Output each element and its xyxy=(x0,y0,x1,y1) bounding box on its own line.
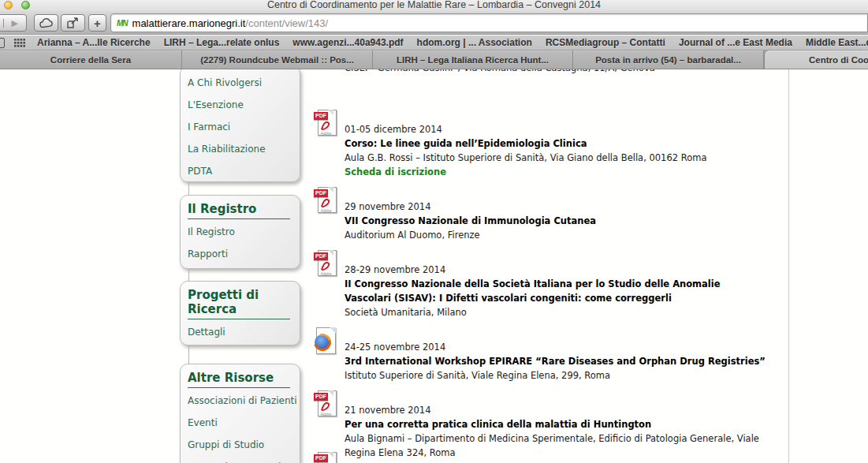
back-forward-control: ◀ ▶ xyxy=(0,14,27,32)
tab-centro-di-coordinamento-active[interactable]: Centro di Coordi xyxy=(764,50,868,69)
bookmark-item[interactable]: LIRH – Lega...relate onlus xyxy=(164,37,280,48)
top-sites-grid-icon[interactable] xyxy=(14,39,25,47)
forward-arrow-icon: ▶ xyxy=(12,19,18,28)
sidebar-item-dettagli[interactable]: Dettagli xyxy=(188,321,300,343)
clipped-event-location: CISEF “Germana Gaslini”, Via Romana dell… xyxy=(345,69,786,76)
tab-label: (2279) Roundcube Webmail :: Pos... xyxy=(200,55,354,65)
sidebar-heading-progetti-di-ricerca: Progetti di Ricerca xyxy=(188,288,290,319)
html-document-icon[interactable] xyxy=(314,327,337,356)
share-button[interactable] xyxy=(61,14,85,32)
plus-icon: + xyxy=(94,17,101,30)
event-date: 21 novembre 2014 xyxy=(345,403,768,417)
sidebar-item-riabilitazione[interactable]: La Riabilitazione xyxy=(188,138,300,160)
page-content: A Chi Rivolgersi L'Esenzione I Farmaci L… xyxy=(0,69,868,463)
event-congresso-immunologia: PDF Adobe 29 novembre 2014 VII Congresso… xyxy=(314,171,771,242)
event-date: 28-29 novembre 2014 xyxy=(345,263,768,277)
url-domain: malattierare.marionegri.it xyxy=(132,17,246,29)
event-congresso-sisav: PDF Adobe 28-29 novembre 2014 II Congres… xyxy=(314,234,771,319)
pdf-icon[interactable]: PDF Adobe xyxy=(314,110,337,138)
bookmark-item[interactable]: www.agenzi...40a943.pdf xyxy=(292,37,403,48)
browser-toolbar: ◀ ▶ + MN malattierare.marionegri.it/cont… xyxy=(0,11,868,35)
sidebar-item-domande-frequenti[interactable]: Domande Frequenti xyxy=(188,456,300,463)
tab-label: Corriere della Sera xyxy=(50,55,131,65)
event-workshop-epirare: 24-25 novembre 2014 3rd International Wo… xyxy=(314,312,771,383)
bookmarks-sidebar-icon[interactable] xyxy=(0,38,5,48)
bookmark-item[interactable]: Middle East...d xyxy=(806,37,868,48)
bookmark-items: Arianna – A...lle Ricerche LIRH – Lega..… xyxy=(37,37,868,48)
sidebar-item-esenzione[interactable]: L'Esenzione xyxy=(188,94,300,116)
new-tab-button[interactable]: + xyxy=(88,14,106,32)
pdf-icon[interactable]: PDF Adobe xyxy=(314,187,337,215)
event-date: 24-25 novembre 2014 xyxy=(345,340,768,354)
sidebar-item-farmaci[interactable]: I Farmaci xyxy=(188,116,300,138)
event-date: 29 novembre 2014 xyxy=(345,200,768,214)
sidebar-heading-il-registro: Il Registro xyxy=(188,202,290,219)
tab-lirh[interactable]: LIRH – Lega Italiana Ricerca Hunt... xyxy=(373,50,573,69)
window-titlebar: Centro di Coordinamento per le Malattie … xyxy=(0,0,868,11)
event-title: II Congresso Nazionale della Società Ita… xyxy=(345,277,768,305)
icloud-tabs-button[interactable] xyxy=(34,14,58,32)
sidebar-item-il-registro[interactable]: Il Registro xyxy=(188,221,300,243)
tab-posta-in-arrivo[interactable]: Posta in arrivo (54) – barbaradal... xyxy=(573,50,764,69)
event-date: 01-05 dicembre 2014 xyxy=(345,122,768,136)
forward-button[interactable]: ▶ xyxy=(4,19,27,28)
window-title: Centro di Coordinamento per le Malattie … xyxy=(0,0,868,10)
sidebar-item-eventi[interactable]: Eventi xyxy=(188,412,300,434)
pdf-icon[interactable]: PDF Adobe xyxy=(314,390,337,419)
bookmark-item[interactable]: hdom.org | ... Association xyxy=(417,37,532,48)
sidebar-box-altre-risorse: Altre Risorse Associazioni di Pazienti E… xyxy=(180,364,300,463)
url-text: malattierare.marionegri.it/content/view/… xyxy=(132,17,329,29)
sidebar-box-progetti: Progetti di Ricerca Dettagli xyxy=(180,281,300,345)
event-corso-epidemiologia: PDF Adobe 01-05 dicembre 2014 Corso: Le … xyxy=(314,94,771,179)
sidebar-connector xyxy=(188,269,189,281)
sidebar-item-associazioni-di-pazienti[interactable]: Associazioni di Pazienti xyxy=(188,390,300,412)
sidebar-item-rapporti[interactable]: Rapporti xyxy=(188,243,300,265)
bookmarks-bar: Arianna – A...lle Ricerche LIRH – Lega..… xyxy=(0,35,868,50)
event-title: Corso: Le linee guida nell’Epidemiologia… xyxy=(345,136,768,151)
site-favicon: MN xyxy=(117,19,128,28)
pdf-icon-partial[interactable]: PDF xyxy=(314,452,337,463)
bookmark-item[interactable]: Journal of ...e East Media xyxy=(679,37,792,48)
event-location: Aula G.B. Rossi – Istituto Superiore di … xyxy=(345,151,768,165)
sidebar-item-gruppi-di-studio[interactable]: Gruppi di Studio xyxy=(188,434,300,456)
sidebar-connector xyxy=(188,345,189,364)
bookmark-item[interactable]: RCSMediagroup – Contatti xyxy=(546,37,665,48)
pdf-icon[interactable]: PDF Adobe xyxy=(314,250,337,278)
event-title: Per una corretta pratica clinica della m… xyxy=(345,417,768,431)
sidebar-item-a-chi-rivolgersi[interactable]: A Chi Rivolgersi xyxy=(188,72,300,94)
browser-window: Centro di Coordinamento per le Malattie … xyxy=(0,0,868,463)
event-pratica-clinica-huntington: PDF Adobe 21 novembre 2014 Per una corre… xyxy=(314,375,771,460)
tab-corriere-della-sera[interactable]: Corriere della Sera xyxy=(0,50,182,69)
event-title: VII Congresso Nazionale di Immunologia C… xyxy=(345,214,768,228)
sidebar-item-pdta[interactable]: PDTA xyxy=(188,160,300,182)
cloud-icon xyxy=(39,18,54,28)
tab-bar: Corriere della Sera (2279) Roundcube Web… xyxy=(0,50,868,69)
tab-roundcube-webmail[interactable]: (2279) Roundcube Webmail :: Pos... xyxy=(182,50,373,69)
bookmark-item[interactable]: Arianna – A...lle Ricerche xyxy=(37,37,151,48)
sidebar-heading-altre-risorse: Altre Risorse xyxy=(188,371,290,388)
event-location: Aula Bignami – Dipartimento di Medicina … xyxy=(345,431,768,460)
sidebar-box-registro: Il Registro Il Registro Rapporti xyxy=(180,195,300,269)
url-path: /content/view/143/ xyxy=(245,17,328,29)
content-column-divider xyxy=(788,69,789,463)
tab-label: Posta in arrivo (54) – barbaradal... xyxy=(595,55,741,65)
address-bar[interactable]: MN malattierare.marionegri.it/content/vi… xyxy=(110,13,868,32)
tab-label: LIRH – Lega Italiana Ricerca Hunt... xyxy=(397,55,549,65)
share-icon xyxy=(67,17,80,29)
event-title: 3rd International Workshop EPIRARE “Rare… xyxy=(345,354,768,368)
sidebar-connector xyxy=(188,182,189,195)
sidebar-box-pazienti: A Chi Rivolgersi L'Esenzione I Farmaci L… xyxy=(180,69,300,182)
tab-label: Centro di Coordi xyxy=(809,55,868,65)
